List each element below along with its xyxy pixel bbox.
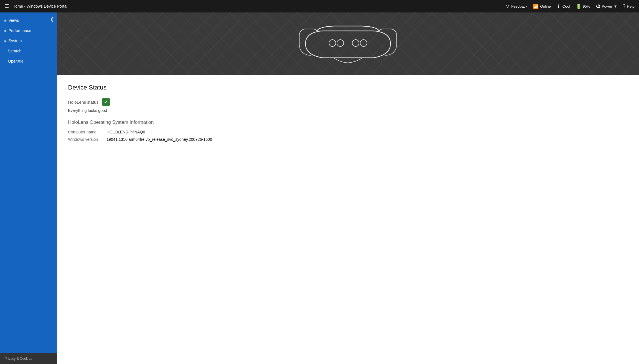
main-layout: ❮ ▶ Views ▶ Performance ▶ System Scratch… — [0, 12, 639, 364]
performance-arrow-icon: ▶ — [5, 29, 7, 32]
online-label: Online — [540, 4, 551, 8]
sidebar-item-views-label: Views — [9, 18, 19, 23]
header-actions: ☺ Feedback 📶 Online 🌡 Cool 🔋 95% ⏻ Power… — [505, 4, 634, 9]
hamburger-menu[interactable]: ☰ — [5, 3, 9, 9]
sidebar-item-openxr-label: OpenXR — [8, 59, 23, 63]
feedback-icon: ☺ — [505, 4, 510, 9]
temperature-icon: 🌡 — [557, 4, 561, 9]
device-status-section: Device Status HoloLens status ✓ Everythi… — [57, 75, 639, 154]
header: ☰ Home - Windows Device Portal ☺ Feedbac… — [0, 0, 639, 12]
battery-icon: 🔋 — [576, 4, 581, 9]
battery-status: 🔋 95% — [576, 4, 590, 9]
hololens-status-row: HoloLens status ✓ — [68, 98, 628, 106]
sidebar-item-openxr[interactable]: OpenXR — [0, 56, 57, 66]
computer-name-value: HOLOLENS-P3NAQ6 — [107, 130, 145, 134]
help-icon: ? — [623, 4, 625, 9]
power-icon: ⏻ — [596, 4, 600, 9]
help-button[interactable]: ? Help — [623, 4, 634, 9]
sidebar-item-scratch-label: Scratch — [8, 49, 21, 53]
battery-label: 95% — [583, 4, 590, 8]
power-label: Power — [602, 4, 612, 8]
power-button[interactable]: ⏻ Power ▼ — [596, 4, 617, 9]
computer-name-label: Computer name — [68, 130, 102, 134]
status-checkmark-badge: ✓ — [102, 98, 110, 106]
computer-name-row: Computer name HOLOLENS-P3NAQ6 — [68, 130, 628, 134]
hololens-status-label: HoloLens status — [68, 100, 99, 105]
svg-point-1 — [337, 40, 344, 46]
content-area: Device Status HoloLens status ✓ Everythi… — [57, 12, 639, 364]
sidebar-item-performance[interactable]: ▶ Performance — [0, 25, 57, 36]
feedback-label: Feedback — [511, 4, 527, 8]
sidebar-item-performance-label: Performance — [9, 28, 31, 33]
signal-icon: 📶 — [533, 4, 539, 9]
sidebar-collapse-button[interactable]: ❮ — [50, 16, 54, 22]
windows-version-row: Windows version 19041.1356.arm64fre.vb_r… — [68, 137, 628, 142]
cool-label: Cool — [562, 4, 570, 8]
sidebar-item-views[interactable]: ▶ Views — [0, 15, 57, 25]
os-info-title: HoloLens Operating System Information — [68, 120, 628, 125]
sidebar-item-system[interactable]: ▶ System — [0, 36, 57, 46]
svg-point-2 — [352, 40, 359, 46]
privacy-cookies-label: Privacy & Cookies — [5, 357, 32, 361]
feedback-button[interactable]: ☺ Feedback — [505, 4, 527, 9]
system-arrow-icon: ▶ — [5, 39, 7, 42]
help-label: Help — [627, 4, 634, 8]
status-good-text: Everything looks good — [68, 108, 628, 113]
sidebar-item-system-label: System — [9, 39, 22, 43]
temperature-status: 🌡 Cool — [557, 4, 570, 9]
page-title: Home - Windows Device Portal — [12, 4, 502, 8]
windows-version-label: Windows version — [68, 137, 102, 142]
svg-point-0 — [329, 40, 336, 46]
sidebar-item-scratch[interactable]: Scratch — [0, 46, 57, 56]
online-status: 📶 Online — [533, 4, 551, 9]
svg-point-3 — [360, 40, 367, 46]
sidebar-nav: ▶ Views ▶ Performance ▶ System Scratch O… — [0, 12, 57, 353]
hero-banner — [57, 12, 639, 75]
power-dropdown-arrow: ▼ — [613, 4, 617, 8]
views-arrow-icon: ▶ — [5, 19, 7, 22]
sidebar: ❮ ▶ Views ▶ Performance ▶ System Scratch… — [0, 12, 57, 364]
hololens-image — [288, 21, 407, 66]
windows-version-value: 19041.1356.arm64fre.vb_release_svc_sydne… — [107, 137, 212, 142]
sidebar-footer[interactable]: Privacy & Cookies — [0, 353, 57, 364]
device-status-title: Device Status — [68, 84, 628, 91]
